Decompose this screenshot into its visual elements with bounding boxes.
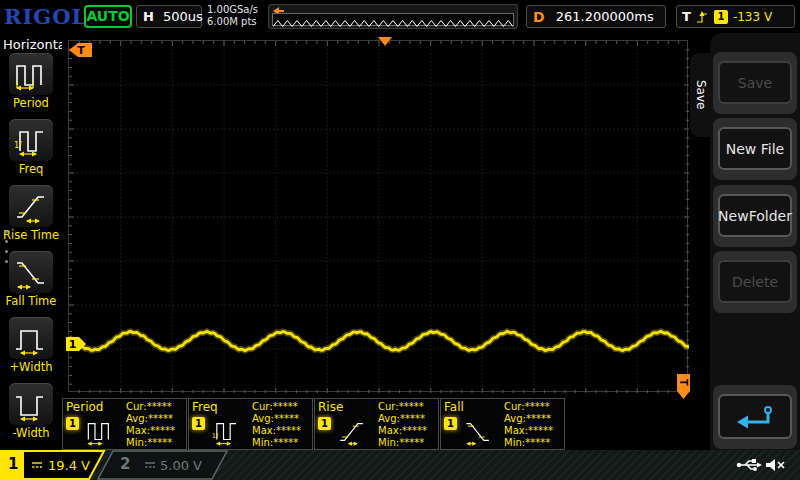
freq-icon: 1/ bbox=[9, 119, 53, 161]
oscilloscope-screen: { "colors": { "yellow": "#ffe600", "oran… bbox=[0, 0, 800, 480]
panel-title: Freq bbox=[192, 400, 218, 414]
channel2-number: 2 bbox=[120, 455, 130, 473]
sidebar-item-minus-width[interactable]: -Width bbox=[0, 383, 62, 449]
measurement-panel-rise: Rise 1 Cur:***** Avg:***** Max:***** Min… bbox=[314, 398, 439, 450]
rise-icon bbox=[335, 417, 369, 447]
new-file-key[interactable]: New File bbox=[713, 118, 797, 180]
period-icon bbox=[83, 417, 117, 447]
new-folder-key[interactable]: NewFolder bbox=[713, 185, 797, 247]
trigger-source-badge: 1 bbox=[714, 10, 728, 24]
delay-label: D bbox=[533, 9, 545, 25]
svg-text:T: T bbox=[77, 44, 85, 57]
stat-value: ***** bbox=[147, 401, 172, 412]
new-folder-button[interactable]: NewFolder bbox=[718, 194, 792, 237]
trigger-position-marker[interactable] bbox=[378, 37, 392, 46]
panel-title: Fall bbox=[444, 400, 464, 414]
plus-width-icon bbox=[9, 317, 53, 359]
delay-value: 261.200000ms bbox=[545, 9, 665, 24]
stat-value: ***** bbox=[525, 401, 550, 412]
trigger-mode-badge: AUTO bbox=[84, 5, 132, 28]
sidebar-item-freq[interactable]: 1/ Freq bbox=[0, 119, 62, 185]
delay-readout: D 261.200000ms bbox=[526, 5, 666, 28]
new-file-button[interactable]: New File bbox=[718, 127, 792, 170]
stat-value: ***** bbox=[528, 425, 553, 436]
stat-value: ***** bbox=[276, 425, 301, 436]
return-arrow-icon bbox=[734, 404, 776, 430]
delete-button[interactable]: Delete bbox=[718, 260, 792, 303]
channel2-scale: 5.00 V bbox=[160, 458, 202, 473]
panel-channel-badge: 1 bbox=[318, 417, 331, 430]
stat-value: ***** bbox=[526, 413, 551, 424]
sidebar-item-period[interactable]: Period bbox=[0, 53, 62, 119]
panel-stats: Cur:***** Avg:***** Max:***** Min:***** bbox=[504, 401, 553, 449]
save-button[interactable]: Save bbox=[718, 61, 792, 104]
save-key[interactable]: Save bbox=[713, 52, 797, 114]
trigger-level-value: -133 V bbox=[733, 10, 772, 24]
graticule bbox=[68, 40, 688, 392]
panel-stats: Cur:***** Avg:***** Max:***** Min:***** bbox=[126, 401, 175, 449]
svg-text:1/: 1/ bbox=[212, 432, 219, 440]
channel-status-bar: 1 19.4 V 2 5.00 V bbox=[0, 450, 800, 480]
save-menu-title: Save bbox=[694, 80, 708, 109]
overview-waveform-strip bbox=[272, 13, 514, 26]
usb-icon bbox=[736, 457, 762, 473]
panel-title: Period bbox=[66, 400, 103, 414]
svg-text:T: T bbox=[678, 379, 689, 386]
stat-value: ***** bbox=[400, 413, 425, 424]
acquisition-readout: 1.00GSa/s 6.00M pts bbox=[207, 4, 258, 28]
minus-width-icon bbox=[9, 383, 53, 425]
channel1-number: 1 bbox=[8, 455, 18, 473]
measurement-panel-fall: Fall 1 Cur:***** Avg:***** Max:***** Min… bbox=[440, 398, 565, 450]
rise-time-icon bbox=[9, 185, 53, 227]
sidebar-item-label: Fall Time bbox=[6, 294, 57, 308]
sidebar-item-plus-width[interactable]: +Width bbox=[0, 317, 62, 383]
sidebar-scroll-indicator bbox=[5, 230, 8, 263]
fall-time-icon bbox=[9, 251, 53, 293]
top-status-bar: RIGOL AUTO H 500us 1.00GSa/s 6.00M pts D… bbox=[0, 0, 800, 33]
measurement-panel-period: Period 1 Cur:***** Avg:***** Max:***** M… bbox=[62, 398, 187, 450]
trigger-readout: T 1 -133 V bbox=[676, 5, 795, 28]
stat-value: ***** bbox=[273, 437, 298, 448]
measure-sidebar: Horizontal Period 1/ Freq bbox=[0, 33, 62, 450]
channel1-box[interactable]: 1 19.4 V bbox=[0, 450, 106, 480]
memory-depth: 6.00M pts bbox=[207, 16, 258, 28]
sidebar-item-label: Period bbox=[13, 96, 49, 110]
sidebar-item-rise-time[interactable]: Rise Time bbox=[0, 185, 62, 251]
trigger-label: T bbox=[682, 9, 691, 24]
save-menu: Save Save New File NewFolder Delete bbox=[690, 33, 800, 450]
sidebar-item-label: Freq bbox=[19, 162, 44, 176]
trigger-offscreen-left-marker: T bbox=[68, 42, 93, 58]
waveform-overview bbox=[268, 4, 518, 29]
stat-value: ***** bbox=[148, 413, 173, 424]
trigger-edge-icon bbox=[696, 9, 709, 25]
dc-coupling-icon bbox=[144, 460, 156, 470]
fall-icon bbox=[461, 417, 495, 447]
sidebar-item-label: +Width bbox=[9, 360, 52, 374]
period-icon bbox=[9, 53, 53, 95]
channel1-position-marker[interactable]: 1 bbox=[65, 336, 87, 352]
return-key[interactable] bbox=[713, 385, 797, 449]
channel1-waveform bbox=[69, 41, 689, 393]
panel-channel-badge: 1 bbox=[66, 417, 79, 430]
speaker-muted-icon bbox=[764, 457, 786, 473]
timebase-value: 500us bbox=[163, 9, 203, 24]
panel-stats: Cur:***** Avg:***** Max:***** Min:***** bbox=[378, 401, 427, 449]
stat-value: ***** bbox=[274, 413, 299, 424]
stat-value: ***** bbox=[147, 437, 172, 448]
save-menu-tab: Save bbox=[690, 53, 711, 137]
sidebar-item-fall-time[interactable]: Fall Time bbox=[0, 251, 62, 317]
stat-value: ***** bbox=[402, 425, 427, 436]
measurement-panel-freq: Freq 1 1/ Cur:***** Avg:***** Max:***** … bbox=[188, 398, 313, 450]
delete-key[interactable]: Delete bbox=[713, 251, 797, 313]
timebase-label: H bbox=[143, 9, 154, 24]
sidebar-item-label: -Width bbox=[12, 426, 49, 440]
stat-value: ***** bbox=[525, 437, 550, 448]
channel1-scale: 19.4 V bbox=[48, 458, 90, 473]
sidebar-item-label: Rise Time bbox=[3, 228, 59, 242]
svg-text:1: 1 bbox=[69, 338, 77, 351]
timebase-readout: H 500us bbox=[136, 5, 202, 28]
channel2-box[interactable]: 2 5.00 V bbox=[94, 450, 228, 480]
return-button[interactable] bbox=[718, 394, 792, 439]
waveform-display-area: T 1 T Period 1 Cur:***** Avg:***** Max:*… bbox=[62, 33, 690, 450]
stat-value: ***** bbox=[150, 425, 175, 436]
